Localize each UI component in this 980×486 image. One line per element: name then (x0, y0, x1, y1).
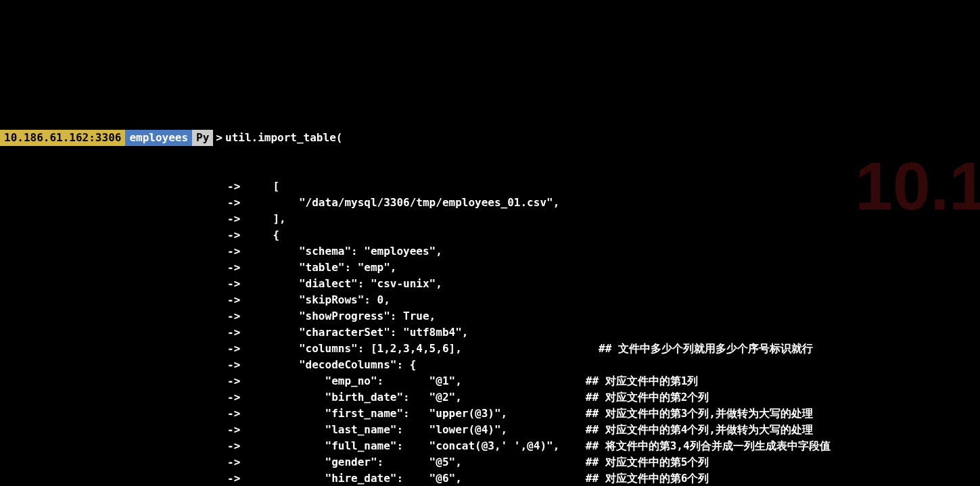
code-line: -> "/data/mysql/3306/tmp/employees_01.cs… (0, 195, 980, 211)
code-line: -> "table": "emp", (0, 260, 980, 276)
terminal-content[interactable]: 10.186.61.162:3306employeesPy>util.impor… (0, 97, 980, 486)
code-line: -> "skipRows": 0, (0, 292, 980, 308)
code-line: -> "characterSet": "utf8mb4", (0, 324, 980, 341)
code-line: -> "last_name": "lower(@4)", ## 对应文件中的第4… (0, 422, 980, 438)
mode-badge: Py (192, 130, 213, 146)
host-badge: 10.186.61.162:3306 (0, 130, 125, 146)
code-line: -> "showProgress": True, (0, 308, 980, 324)
code-line: -> "dialect": "csv-unix", (0, 276, 980, 292)
code-line: -> "hire_date": "@6", ## 对应文件中的第6个列 (0, 470, 980, 486)
code-line: -> "first_name": "upper(@3)", ## 对应文件中的第… (0, 406, 980, 422)
code-line: -> { (0, 227, 980, 243)
code-line: -> "decodeColumns": { (0, 357, 980, 373)
code-line: -> [ (0, 178, 980, 195)
code-line: -> ], (0, 211, 980, 227)
code-line: -> "schema": "employees", (0, 243, 980, 260)
code-line: -> "gender": "@5", ## 对应文件中的第5个列 (0, 454, 980, 470)
command-text: util.import_table( (225, 130, 342, 146)
code-line: -> "emp_no": "@1", ## 对应文件中的第1列 (0, 373, 980, 389)
database-badge: employees (125, 130, 192, 146)
prompt-line: 10.186.61.162:3306employeesPy>util.impor… (0, 130, 980, 146)
prompt-symbol: > (213, 130, 225, 146)
code-line: -> "columns": [1,2,3,4,5,6], ## 文件中多少个列就… (0, 341, 980, 357)
code-line: -> "full_name": "concat(@3,' ',@4)", ## … (0, 438, 980, 454)
code-line: -> "birth_date": "@2", ## 对应文件中的第2个列 (0, 389, 980, 406)
